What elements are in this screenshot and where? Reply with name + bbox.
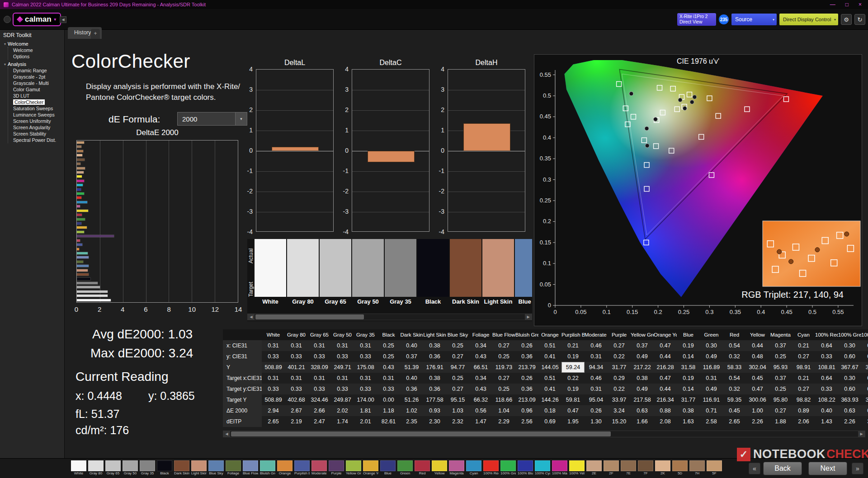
palette-swatch-orange[interactable]: Orange [277,460,292,476]
table-cell[interactable]: 94.77 [446,362,469,373]
table-cell[interactable]: 36.90 [861,394,868,405]
table-cell[interactable]: 108.22 [815,394,838,405]
back-button[interactable]: Back [763,462,802,475]
table-cell[interactable]: 249.71 [331,362,354,373]
table-cell[interactable]: 0.44 [746,340,769,351]
sidebar-item-options[interactable]: Options [12,53,64,60]
table-cell[interactable]: 2.47 [308,416,331,427]
table-cell[interactable]: 2.26 [838,416,861,427]
table-cell[interactable]: 300.06 [746,394,769,405]
palette-swatch-gray-35[interactable]: Gray 35 [140,460,155,476]
table-cell[interactable]: 0.96 [515,405,538,416]
table-cell[interactable]: 0.06 [861,351,868,362]
table-cell[interactable]: 0.27 [769,405,792,416]
table-cell[interactable]: 0.33 [308,384,331,394]
table-cell[interactable]: 2.01 [354,416,377,427]
sidebar-item-grayscale-2pt[interactable]: Grayscale - 2pt [12,74,64,80]
source-dropdown[interactable]: Source ▾ [731,14,777,25]
table-cell[interactable]: 0.25 [492,351,515,362]
table-cell[interactable]: 0.32 [723,351,746,362]
table-cell[interactable]: 0.34 [469,340,492,351]
table-cell[interactable]: 0.33 [815,384,838,394]
table-cell[interactable]: 31.77 [677,394,700,405]
table-cell[interactable]: 0.27 [446,351,469,362]
table-cell[interactable]: 2.30 [423,416,446,427]
table-cell[interactable]: 0.43 [469,351,492,362]
table-cell[interactable]: 367.67 [838,362,861,373]
table-cell[interactable]: 0.33 [285,351,308,362]
table-cell[interactable]: 3.24 [608,405,631,416]
palette-swatch-yellow[interactable]: Yellow [432,460,447,476]
app-menu-button[interactable] [4,16,11,23]
table-cell[interactable]: 0.27 [608,340,631,351]
table-cell[interactable]: 0.47 [746,384,769,394]
table-cell[interactable]: 175.08 [354,362,377,373]
sidebar-item-3d-lut[interactable]: 3D LUT [12,93,64,99]
palette-swatch-gray-65[interactable]: Gray 65 [105,460,121,476]
palette-swatch-light-skin[interactable]: Light Skin [191,460,207,476]
table-cell[interactable]: 0.27 [492,373,515,384]
table-cell[interactable]: 59.81 [561,394,585,405]
table-cell[interactable]: 1.47 [469,416,492,427]
palette-swatch-100-magenta[interactable]: 100% Magenta [552,460,567,476]
table-cell[interactable]: 0.27 [492,340,515,351]
settings-button[interactable]: ⚙ [841,14,852,25]
table-cell[interactable]: 213.09 [515,394,538,405]
table-cell[interactable]: 0.21 [792,373,815,384]
table-cell[interactable]: 0.41 [538,384,561,394]
table-cell[interactable]: 0.44 [654,351,677,362]
palette-swatch-gray-50[interactable]: Gray 50 [123,460,138,476]
table-cell[interactable]: 95.93 [769,362,792,373]
palette-swatch-100-blue[interactable]: 100% Blue [518,460,533,476]
table-cell[interactable]: 0.46 [585,340,608,351]
table-cell[interactable]: 119.73 [492,362,515,373]
table-cell[interactable]: 51.26 [400,394,423,405]
palette-swatch-red[interactable]: Red [415,460,430,476]
table-cell[interactable]: 0.64 [815,340,838,351]
palette-swatch-7f[interactable]: 7F [638,460,653,476]
palette-swatch-2f[interactable]: 2F [604,460,619,476]
table-cell[interactable]: 0.33 [308,351,331,362]
table-cell[interactable]: 0.31 [700,373,723,384]
table-cell[interactable]: 0.69 [538,416,561,427]
table-cell[interactable]: 0.49 [700,384,723,394]
table-cell[interactable]: 0.36 [400,384,423,394]
palette-swatch-5d[interactable]: 5D [672,460,688,476]
table-cell[interactable]: 0.21 [792,340,815,351]
table-cell[interactable]: 0.35 [861,405,868,416]
table-cell[interactable]: 59.24 [561,362,585,373]
palette-swatch-2k[interactable]: 2K [655,460,670,476]
table-cell[interactable]: 176.91 [423,362,446,373]
table-cell[interactable]: 95.04 [585,394,608,405]
palette-swatch-foliage[interactable]: Foliage [226,460,241,476]
sidebar-item-dynamic-range[interactable]: Dynamic Range [12,67,64,74]
table-cell[interactable]: 2.26 [746,416,769,427]
table-cell[interactable]: 0.30 [838,373,861,384]
table-cell[interactable]: 0.31 [285,340,308,351]
table-cell[interactable]: 177.58 [423,394,446,405]
palette-swatch-magenta[interactable]: Magenta [449,460,464,476]
table-cell[interactable]: 0.54 [723,373,746,384]
palette-swatch-purple[interactable]: Purple [329,460,344,476]
table-cell[interactable]: 0.54 [723,340,746,351]
table-cell[interactable]: 216.34 [654,394,677,405]
table-cell[interactable]: 0.47 [654,373,677,384]
table-cell[interactable]: 37.41 [861,362,868,373]
table-cell[interactable]: 0.33 [377,384,400,394]
table-cell[interactable]: 0.31 [331,373,354,384]
table-cell[interactable]: 0.38 [423,340,446,351]
table-cell[interactable]: 0.46 [585,373,608,384]
table-cell[interactable]: 0.06 [861,384,868,394]
table-cell[interactable]: 144.26 [538,394,561,405]
refresh-button[interactable]: ↻ [854,14,865,25]
table-cell[interactable]: 508.89 [262,362,285,373]
table-cell[interactable]: 95.15 [446,394,469,405]
table-cell[interactable]: 1.74 [331,416,354,427]
scroll-left-button[interactable]: ◀ [223,431,230,437]
table-cell[interactable]: 0.26 [515,340,538,351]
palette-swatch-2e[interactable]: 2E [586,460,602,476]
scroll-right-button[interactable]: ▶ [858,431,865,437]
table-cell[interactable]: 213.79 [515,362,538,373]
table-cell[interactable]: 0.36 [515,351,538,362]
table-cell[interactable]: 2.06 [792,416,815,427]
